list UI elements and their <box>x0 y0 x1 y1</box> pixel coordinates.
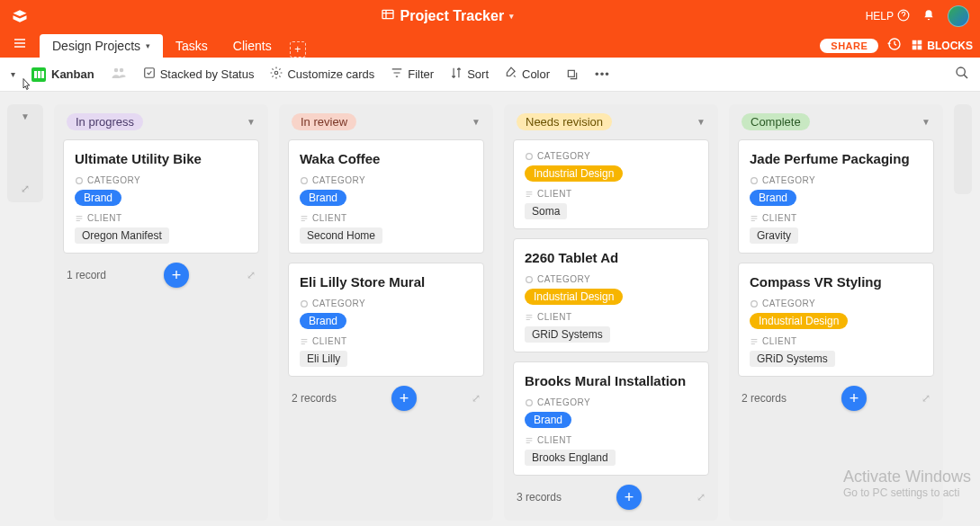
svg-rect-4 <box>913 45 917 49</box>
user-avatar[interactable] <box>948 5 969 27</box>
card-title: Eli Lilly Store Mural <box>300 274 472 290</box>
share-button[interactable]: SHARE <box>820 39 878 53</box>
chevron-down-icon: ▾ <box>146 41 150 50</box>
blocks-button[interactable]: BLOCKS <box>911 39 973 54</box>
expand-icon[interactable]: ⤢ <box>697 491 706 504</box>
column-title-pill: In progress <box>67 113 143 130</box>
tab-label: Design Projects <box>52 39 140 53</box>
collapsed-column-right[interactable] <box>954 104 972 194</box>
table-tab[interactable]: Tasks <box>163 34 220 58</box>
record-card[interactable]: Ultimate Utility BikeCATEGORYBrandCLIENT… <box>63 139 259 254</box>
chevron-down-icon[interactable]: ▼ <box>697 117 706 127</box>
record-card[interactable]: Jade Perfume PackagingCATEGORYBrandCLIEN… <box>738 139 934 254</box>
svg-point-7 <box>119 68 123 73</box>
client-value: Brooks England <box>525 450 616 466</box>
category-label: CATEGORY <box>75 175 247 185</box>
column-title-pill: Needs revision <box>517 113 612 130</box>
view-switcher[interactable]: Kanban <box>31 67 94 82</box>
bell-icon[interactable] <box>922 9 935 24</box>
svg-point-19 <box>751 300 758 307</box>
svg-point-17 <box>526 399 533 406</box>
column-footer: 2 records+⤢ <box>288 377 484 413</box>
column-header[interactable]: Needs revision▼ <box>513 113 709 130</box>
expand-icon[interactable]: ⤢ <box>472 392 481 405</box>
record-card[interactable]: Compass VR StylingCATEGORYIndustrial Des… <box>738 263 934 377</box>
toolbar-chevron-icon[interactable]: ▾ <box>11 69 15 79</box>
help-button[interactable]: HELP <box>866 9 910 24</box>
column-footer: 2 records+⤢ <box>738 377 934 413</box>
add-record-button[interactable]: + <box>164 263 189 288</box>
color-button[interactable]: Color <box>505 67 550 82</box>
view-toolbar: ▾ Kanban Stacked by Status Customize car… <box>0 58 980 92</box>
tab-label: Tasks <box>175 39 208 53</box>
chevron-down-icon[interactable]: ▼ <box>247 117 256 127</box>
search-icon[interactable] <box>955 66 969 83</box>
category-tag: Brand <box>75 190 121 206</box>
airtable-logo-icon[interactable] <box>11 7 29 25</box>
kanban-board[interactable]: ▼ ⤢ In progress▼Ultimate Utility BikeCAT… <box>0 92 980 526</box>
table-tab[interactable]: Clients <box>220 34 284 58</box>
sort-icon <box>450 67 463 82</box>
column-header[interactable]: In review▼ <box>288 113 484 130</box>
client-label: CLIENT <box>300 336 472 346</box>
record-card[interactable]: 2260 Tablet AdCATEGORYIndustrial DesignC… <box>513 238 709 352</box>
collapsed-column-left[interactable]: ▼ ⤢ <box>7 104 43 202</box>
category-label: CATEGORY <box>750 299 922 308</box>
svg-rect-2 <box>913 40 917 44</box>
table-tab[interactable]: Design Projects▾ <box>40 34 163 58</box>
history-icon[interactable] <box>887 37 902 55</box>
svg-point-16 <box>526 276 533 282</box>
filter-icon <box>391 67 403 82</box>
category-tag: Industrial Design <box>750 313 848 329</box>
client-label: CLIENT <box>300 213 472 223</box>
more-icon[interactable]: ••• <box>595 67 610 81</box>
svg-point-15 <box>526 153 533 159</box>
record-count: 2 records <box>742 392 787 405</box>
column-header[interactable]: In progress▼ <box>63 113 259 130</box>
add-table-button[interactable]: + <box>290 41 306 58</box>
svg-rect-0 <box>382 10 393 18</box>
hamburger-icon[interactable] <box>13 36 27 54</box>
column-title-pill: Complete <box>742 113 810 130</box>
add-record-button[interactable]: + <box>391 386 417 411</box>
expand-icon[interactable]: ⤢ <box>21 183 30 195</box>
customize-cards-button[interactable]: Customize cards <box>270 67 374 82</box>
record-card[interactable]: Brooks Mural InstallationCATEGORYBrandCL… <box>513 361 709 476</box>
category-label: CATEGORY <box>750 175 922 185</box>
collaborators-icon[interactable] <box>111 65 127 84</box>
client-value: Oregon Manifest <box>75 227 169 244</box>
filter-button[interactable]: Filter <box>391 67 434 82</box>
card-title: 2260 Tablet Ad <box>525 250 697 265</box>
client-label: CLIENT <box>525 312 697 322</box>
client-value: Eli Lilly <box>300 351 347 367</box>
column-header[interactable]: Complete▼ <box>738 113 934 130</box>
expand-icon[interactable]: ⤢ <box>922 392 931 405</box>
svg-rect-3 <box>918 40 922 44</box>
share-view-icon[interactable] <box>566 68 579 81</box>
sort-button[interactable]: Sort <box>450 67 489 82</box>
card-title: Waka Coffee <box>300 151 472 166</box>
add-record-button[interactable]: + <box>841 386 867 411</box>
client-label: CLIENT <box>750 336 922 346</box>
record-count: 2 records <box>292 392 337 405</box>
record-card[interactable]: CATEGORYIndustrial DesignCLIENTSoma <box>513 139 709 229</box>
record-count: 3 records <box>517 491 562 504</box>
tab-label: Clients <box>233 39 272 53</box>
workspace-title[interactable]: Project Tracker ▾ <box>29 7 866 25</box>
add-record-button[interactable]: + <box>616 485 642 510</box>
client-value: GRiD Systems <box>525 326 610 343</box>
svg-point-14 <box>301 300 308 307</box>
kanban-column: Complete▼Jade Perfume PackagingCATEGORYB… <box>729 104 943 521</box>
chevron-down-icon[interactable]: ▼ <box>922 117 931 127</box>
chevron-down-icon[interactable]: ▼ <box>472 117 481 127</box>
column-title-pill: In review <box>292 113 356 130</box>
category-label: CATEGORY <box>525 274 697 284</box>
record-card[interactable]: Waka CoffeeCATEGORYBrandCLIENTSecond Hom… <box>288 139 484 254</box>
checkbox-icon <box>143 67 156 82</box>
stacked-by-button[interactable]: Stacked by Status <box>143 67 255 82</box>
chevron-down-icon[interactable]: ▼ <box>21 111 30 121</box>
expand-icon[interactable]: ⤢ <box>247 269 256 281</box>
record-card[interactable]: Eli Lilly Store MuralCATEGORYBrandCLIENT… <box>288 263 484 377</box>
kanban-column: In review▼Waka CoffeeCATEGORYBrandCLIENT… <box>279 104 493 521</box>
category-tag: Brand <box>300 313 346 329</box>
